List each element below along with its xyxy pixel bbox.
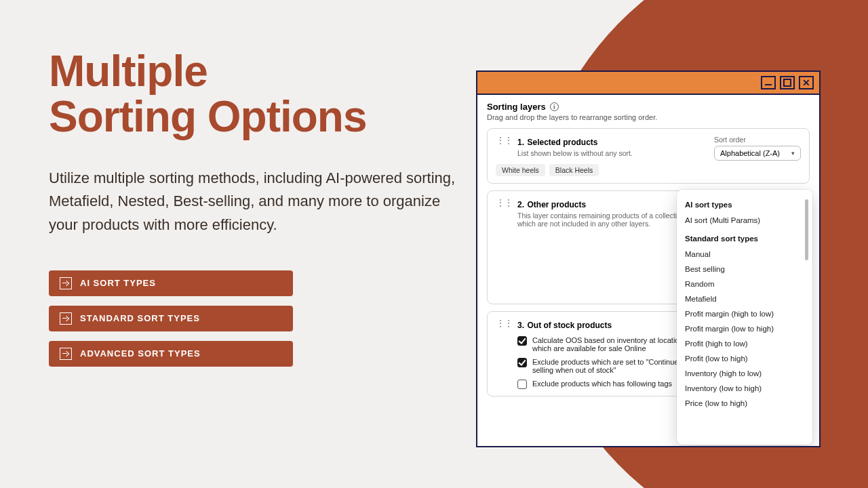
page-title: Multiple Sorting Options	[49, 49, 490, 140]
pill-label: STANDARD SORT TYPES	[80, 313, 200, 323]
enter-icon	[60, 277, 72, 289]
drag-handle-icon[interactable]: ⋮⋮	[496, 198, 512, 207]
enter-icon	[60, 312, 72, 325]
sort-type-dropdown[interactable]: AI sort types AI sort (Multi Params) Sta…	[677, 190, 812, 445]
checkbox-exclude-tags[interactable]	[517, 380, 527, 389]
tag-white-heels[interactable]: White heels	[496, 164, 545, 176]
checkbox-exclude-continue[interactable]	[517, 358, 527, 367]
layer-number: 2.	[517, 200, 524, 209]
scrollbar-thumb[interactable]	[805, 199, 808, 260]
pill-standard-sort-types[interactable]: STANDARD SORT TYPES	[49, 306, 293, 331]
chevron-down-icon: ▾	[791, 150, 795, 157]
dropdown-item[interactable]: Random	[685, 277, 810, 291]
dropdown-item[interactable]: Inventory (low to high)	[685, 381, 810, 396]
window-minimize-button[interactable]	[761, 76, 776, 89]
pill-label: ADVANCED SORT TYPES	[80, 348, 201, 359]
dropdown-item[interactable]: AI sort (Multi Params)	[685, 213, 810, 228]
pill-advanced-sort-types[interactable]: ADVANCED SORT TYPES	[49, 341, 293, 367]
window-maximize-button[interactable]	[780, 76, 795, 89]
drag-handle-icon[interactable]: ⋮⋮	[496, 136, 512, 145]
layer-desc: This layer contains remaining products o…	[517, 211, 701, 228]
checkbox-label: Exclude products which has following tag…	[532, 380, 672, 388]
sort-order-value: Alphabetical (Z-A)	[720, 149, 780, 157]
layer-desc: List shown below is without any sort.	[517, 149, 633, 157]
checkbox-oos-inventory[interactable]	[517, 336, 527, 346]
info-icon[interactable]: i	[550, 102, 559, 111]
tag-black-heels[interactable]: Black Heels	[549, 164, 599, 176]
window-close-button[interactable]: ✕	[799, 76, 814, 89]
checkbox-row: Exclude products which has following tag…	[517, 380, 694, 389]
layer-number: 3.	[517, 321, 524, 330]
dropdown-item[interactable]: Profit margin (high to low)	[685, 306, 810, 321]
dropdown-item[interactable]: Profit (low to high)	[685, 351, 810, 366]
title-line-1: Multiple	[49, 47, 208, 96]
enter-icon	[60, 348, 72, 360]
checkbox-label: Calculate OOS based on inventory at loca…	[532, 336, 694, 352]
layer-number: 1.	[517, 138, 524, 147]
section-heading-text: Sorting layers	[487, 102, 546, 112]
layer-title: Out of stock products	[527, 321, 612, 330]
sort-order-select[interactable]: Alphabetical (Z-A) ▾	[714, 146, 801, 161]
dropdown-item[interactable]: Best selling	[685, 262, 810, 277]
dropdown-item[interactable]: Price (low to high)	[685, 396, 810, 411]
sort-order-group: Sort order Alphabetical (Z-A) ▾	[714, 136, 801, 161]
dropdown-group-standard: Standard sort types	[685, 235, 810, 243]
pill-label: AI SORT TYPES	[80, 278, 156, 288]
dropdown-group-ai: AI sort types	[685, 201, 810, 209]
dropdown-item[interactable]: Metafield	[685, 291, 810, 306]
section-subtext: Drag and drop the layers to rearrange so…	[487, 113, 810, 121]
checkbox-row: Calculate OOS based on inventory at loca…	[517, 336, 694, 352]
dropdown-item[interactable]: Manual	[685, 247, 810, 262]
page-description: Utilize multiple sorting methods, includ…	[49, 167, 469, 236]
title-line-2: Sorting Options	[49, 92, 367, 141]
window-body: Sorting layers i Drag and drop the layer…	[477, 95, 819, 446]
sort-order-label: Sort order	[714, 136, 801, 144]
feature-pill-list: AI SORT TYPES STANDARD SORT TYPES ADVANC…	[49, 270, 293, 367]
layer-title: Selected products	[527, 138, 597, 147]
tag-list: White heels Black Heels	[496, 164, 801, 176]
layer-title: Other products	[527, 200, 586, 209]
layer-selected-products: ⋮⋮ 1. Selected products List shown below…	[487, 128, 810, 184]
pill-ai-sort-types[interactable]: AI SORT TYPES	[49, 270, 293, 296]
app-window: ✕ Sorting layers i Drag and drop the lay…	[476, 70, 821, 447]
section-heading: Sorting layers i	[487, 102, 810, 112]
dropdown-item[interactable]: Profit margin (low to high)	[685, 321, 810, 336]
drag-handle-icon[interactable]: ⋮⋮	[496, 319, 512, 328]
left-column: Multiple Sorting Options Utilize multipl…	[49, 49, 490, 367]
checkbox-label: Exclude products which are set to "Conti…	[532, 358, 694, 374]
checkbox-row: Exclude products which are set to "Conti…	[517, 358, 694, 374]
dropdown-item[interactable]: Profit (high to low)	[685, 336, 810, 351]
window-titlebar: ✕	[477, 72, 819, 95]
dropdown-item[interactable]: Inventory (high to low)	[685, 366, 810, 381]
